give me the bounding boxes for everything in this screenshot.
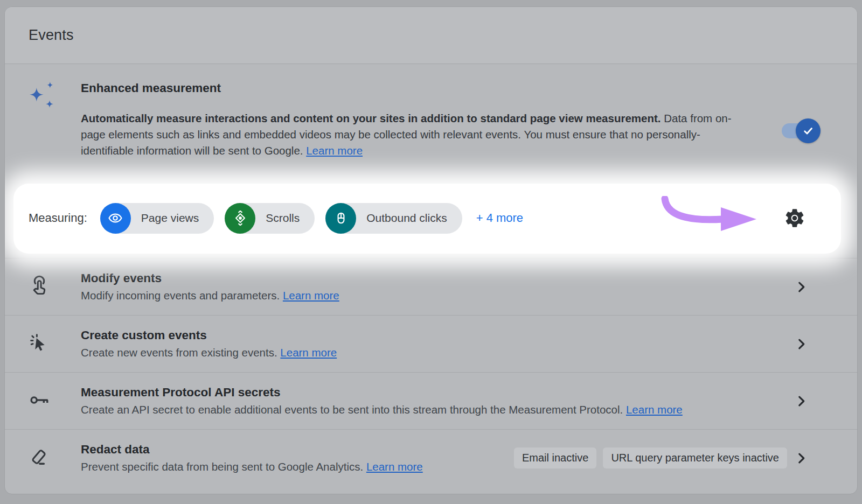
chevron-right-icon[interactable] — [794, 337, 809, 352]
chip-label: Outbound clicks — [366, 212, 447, 225]
chevron-right-icon[interactable] — [794, 451, 809, 466]
scroll-icon — [225, 203, 255, 234]
chip-outbound-clicks: Outbound clicks — [325, 203, 462, 234]
row-description: Create new events from existing events. … — [81, 346, 794, 359]
measuring-chips: Page views Scrolls — [100, 203, 462, 234]
row-modify-events[interactable]: Modify events Modify incoming events and… — [5, 258, 857, 315]
row-title: Redact data — [81, 443, 514, 457]
chip-page-views: Page views — [100, 203, 214, 234]
mouse-icon — [325, 203, 356, 234]
row-description: Prevent specific data from being sent to… — [81, 460, 514, 473]
row-description-text: Create an API secret to enable additiona… — [81, 403, 623, 416]
gear-icon[interactable] — [783, 206, 807, 230]
row-description-text: Prevent specific data from being sent to… — [81, 460, 363, 473]
enhanced-measurement-section: Enhanced measurement Automatically measu… — [5, 64, 857, 178]
row-description: Create an API secret to enable additiona… — [81, 403, 794, 416]
row-title: Measurement Protocol API secrets — [81, 386, 794, 400]
enhanced-measurement-title: Enhanced measurement — [81, 81, 742, 95]
enhanced-measurement-description: Automatically measure interactions and c… — [81, 110, 733, 159]
row-redact-data[interactable]: Redact data Prevent specific data from b… — [5, 429, 857, 486]
chevron-right-icon[interactable] — [794, 279, 809, 295]
api-secrets-learn-more-link[interactable]: Learn more — [626, 403, 683, 416]
badge-email-inactive: Email inactive — [514, 447, 596, 468]
enhanced-measurement-learn-more-link[interactable]: Learn more — [306, 144, 363, 157]
description-bold-sentence: Automatically measure interactions and c… — [81, 112, 661, 124]
cursor-sparks-icon — [29, 332, 81, 356]
eye-icon — [100, 203, 131, 234]
badge-url-query-keys-inactive: URL query parameter keys inactive — [603, 447, 787, 468]
measuring-label: Measuring: — [29, 211, 87, 225]
enhanced-measurement-toggle[interactable] — [782, 123, 809, 138]
chevron-right-icon[interactable] — [794, 394, 809, 409]
row-title: Create custom events — [81, 328, 794, 342]
annotation-arrow — [661, 196, 767, 236]
row-create-custom-events[interactable]: Create custom events Create new events f… — [5, 315, 857, 372]
measuring-section: Measuring: Page views — [5, 178, 857, 258]
events-settings-card: Events Enhanced measurement Automaticall… — [4, 6, 858, 494]
redact-data-learn-more-link[interactable]: Learn more — [366, 460, 423, 473]
card-header: Events — [5, 7, 857, 64]
row-title: Modify events — [81, 271, 794, 285]
page-title: Events — [29, 27, 74, 44]
row-description-text: Modify incoming events and parameters. — [81, 289, 280, 302]
chip-label: Page views — [141, 212, 199, 225]
row-description-text: Create new events from existing events. — [81, 346, 277, 359]
modify-events-learn-more-link[interactable]: Learn more — [283, 289, 339, 302]
key-icon — [29, 389, 81, 413]
more-chips-link[interactable]: + 4 more — [476, 211, 523, 225]
chip-scrolls: Scrolls — [225, 203, 315, 234]
row-description: Modify incoming events and parameters. L… — [81, 289, 794, 302]
toggle-thumb-check-icon — [796, 118, 821, 143]
row-measurement-protocol-api-secrets[interactable]: Measurement Protocol API secrets Create … — [5, 372, 857, 429]
touch-icon — [29, 275, 81, 299]
sparkle-icon — [29, 76, 81, 178]
chip-label: Scrolls — [266, 212, 300, 225]
create-custom-events-learn-more-link[interactable]: Learn more — [280, 346, 337, 359]
eraser-icon — [29, 446, 81, 470]
